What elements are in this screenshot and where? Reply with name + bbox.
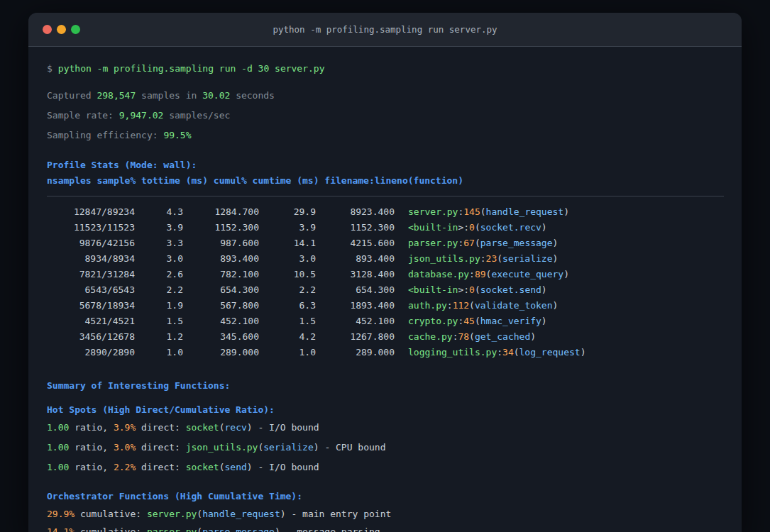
text-segment: server.py (147, 509, 197, 519)
text-segment: send (225, 462, 247, 472)
cumul-pct-cell: 14.1 (259, 235, 316, 251)
profile-table-row: 7821/312842.6782.10010.53128.400database… (47, 267, 724, 282)
text-segment: ) (563, 206, 569, 217)
text-segment: direct: (136, 442, 185, 453)
location-cell: json_utils.py:23(serialize) (408, 251, 558, 267)
tottime-cell: 987.600 (183, 235, 259, 251)
orchestrator-line: 14.1% cumulative: parser.py(parse_messag… (47, 524, 724, 532)
text-segment: ( (475, 222, 480, 233)
text-segment: ratio, (69, 422, 114, 433)
text-segment: log_request (519, 347, 581, 358)
text-segment: server.py (408, 206, 458, 217)
nsamples-cell: 2890/2890 (47, 345, 135, 360)
orchestrator-heading: Orchestrator Functions (High Cumulative … (47, 489, 724, 504)
text-segment: Sampling efficiency: (47, 130, 163, 140)
profile-table-row: 5678/189341.9567.8006.31893.400auth.py:1… (47, 298, 724, 314)
sample-pct-cell: 1.9 (135, 298, 183, 314)
cumul-pct-cell: 4.2 (259, 329, 316, 345)
minimize-button[interactable] (57, 25, 66, 34)
traffic-lights (28, 25, 80, 34)
text-segment: get_cached (475, 331, 530, 342)
text-segment: - message parsing (280, 526, 380, 532)
text-segment: ) (553, 238, 559, 248)
summary-heading: Summary of Interesting Functions: (47, 378, 724, 394)
cumul-pct-cell: 10.5 (259, 267, 316, 282)
text-segment: 0 (469, 284, 475, 295)
command-text: python -m profiling.sampling run -d 30 s… (58, 63, 325, 74)
text-segment: : (469, 269, 475, 279)
text-segment: serialize (502, 253, 552, 264)
location-cell: <built-in>:0(socket.send) (408, 282, 547, 298)
nsamples-cell: 8934/8934 (47, 251, 135, 267)
hot-spots-list: 1.00 ratio, 3.9% direct: socket(recv) - … (47, 420, 724, 475)
terminal-window: python -m profiling.sampling run server.… (28, 13, 742, 532)
text-segment: logging_utils.py (408, 347, 497, 358)
text-segment: ratio, (69, 462, 114, 472)
orchestrator-line: 29.9% cumulative: server.py(handle_reque… (47, 506, 724, 522)
text-segment: ( (475, 284, 480, 295)
cumtime-cell: 654.300 (316, 282, 395, 298)
hot-spot-line: 1.00 ratio, 2.2% direct: socket(send) - … (47, 460, 724, 475)
text-segment: <built-in (408, 284, 458, 295)
hot-spot-line: 1.00 ratio, 3.9% direct: socket(recv) - … (47, 420, 724, 436)
cumul-pct-cell: 29.9 (259, 204, 316, 220)
text-segment: cumulative: (75, 526, 147, 532)
text-segment: hmac_verify (480, 316, 541, 326)
text-segment: parser.py (147, 526, 197, 532)
text-segment: ( (219, 422, 225, 433)
location-cell: crypto.py:45(hmac_verify) (408, 314, 547, 329)
location-cell: cache.py:78(get_cached) (408, 329, 536, 345)
text-segment: ( (469, 331, 475, 342)
text-segment: parse_message (480, 238, 553, 248)
text-segment: - CPU bound (319, 442, 386, 453)
sample-pct-cell: 1.0 (135, 345, 183, 360)
text-segment: samples in (136, 90, 202, 101)
text-segment: 3.9% (114, 422, 136, 433)
text-segment: Sample rate: (47, 110, 119, 121)
close-button[interactable] (43, 25, 52, 34)
text-segment: samples/sec (163, 110, 230, 121)
text-segment: 9,947.02 (119, 110, 164, 121)
nsamples-cell: 5678/18934 (47, 298, 135, 314)
titlebar[interactable]: python -m profiling.sampling run server.… (28, 13, 742, 47)
sample-pct-cell: 3.9 (135, 220, 183, 235)
text-segment: 1.00 (47, 462, 69, 472)
text-segment: socket.recv (480, 222, 541, 233)
profile-table-row: 11523/115233.91152.3003.91152.300<built-… (47, 220, 724, 235)
location-cell: parser.py:67(parse_message) (408, 235, 558, 251)
capture-stat-line: Sampling efficiency: 99.5% (47, 128, 724, 143)
text-segment: ) (314, 442, 319, 453)
text-segment: ( (197, 526, 202, 532)
cumul-pct-cell: 1.0 (259, 345, 316, 360)
text-segment: ( (475, 238, 480, 248)
text-segment: direct: (136, 422, 185, 433)
nsamples-cell: 6543/6543 (47, 282, 135, 298)
text-segment: : (497, 347, 502, 358)
text-segment: handle_request (486, 206, 564, 217)
text-segment: - main entry point (286, 509, 392, 519)
text-segment: - I/O bound (253, 462, 319, 472)
profile-table-row: 12847/892344.31284.70029.98923.400server… (47, 204, 724, 220)
profile-table-row: 9876/421563.3987.60014.14215.600parser.p… (47, 235, 724, 251)
profile-stats-heading: Profile Stats (Mode: wall): (47, 157, 724, 173)
text-segment: 3.0% (114, 442, 136, 453)
text-segment: 298,547 (97, 90, 136, 101)
tottime-cell: 1284.700 (183, 204, 259, 220)
sample-pct-cell: 4.3 (135, 204, 183, 220)
text-segment: 1.00 (47, 442, 69, 453)
cumtime-cell: 1152.300 (316, 220, 395, 235)
capture-stat-line: Captured 298,547 samples in 30.02 second… (47, 88, 724, 104)
sample-pct-cell: 3.0 (135, 251, 183, 267)
maximize-button[interactable] (71, 25, 80, 34)
text-segment: 78 (458, 331, 469, 342)
text-segment: 23 (486, 253, 497, 264)
text-segment: json_utils.py (408, 253, 480, 264)
text-segment: json_utils.py (186, 442, 258, 453)
text-segment: recv (225, 422, 247, 433)
orchestrator-list: 29.9% cumulative: server.py(handle_reque… (47, 506, 724, 532)
cumtime-cell: 289.000 (316, 345, 395, 360)
text-segment: ( (197, 509, 202, 519)
nsamples-cell: 7821/31284 (47, 267, 135, 282)
text-segment: : (447, 300, 453, 311)
cumtime-cell: 3128.400 (316, 267, 395, 282)
